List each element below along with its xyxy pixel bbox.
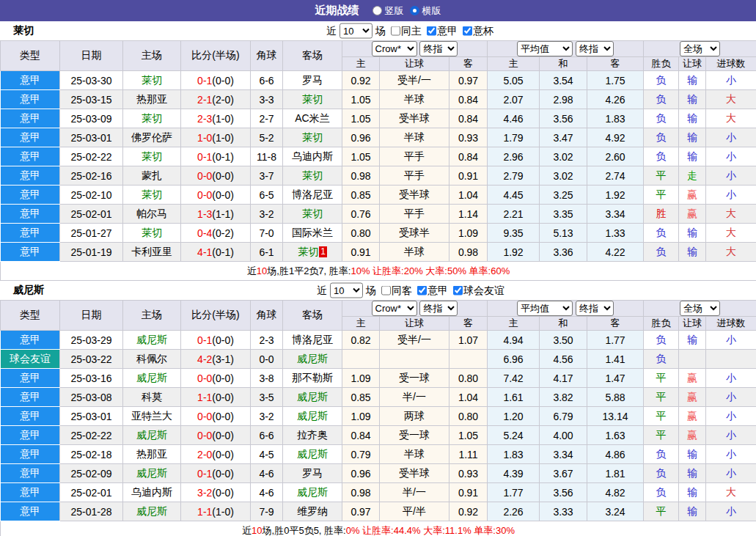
avg-away-odds: 5.88 <box>587 388 644 407</box>
result-winloss: 平 <box>644 407 679 426</box>
final-index-select-1[interactable]: 终指 <box>419 41 458 56</box>
avg-draw-odds: 3.56 <box>540 483 587 502</box>
fulltime-score: 0-0 <box>197 372 212 384</box>
avg-away-odds: 1.63 <box>587 426 644 445</box>
avg-draw-odds: 3.33 <box>540 502 587 521</box>
result-handicap: 输 <box>679 483 706 502</box>
home-team: 蒙扎 <box>123 166 181 186</box>
result-handicap: 赢 <box>679 186 706 205</box>
same-venue-checkbox[interactable] <box>391 26 400 36</box>
league-checkbox[interactable] <box>427 26 436 36</box>
same-venue-checkbox-label[interactable]: 同客 <box>381 284 412 297</box>
scope-select-cell: 全场 <box>644 41 756 57</box>
same-venue-checkbox-label[interactable]: 同主 <box>391 24 422 37</box>
match-score: 0-0(0-0) <box>181 407 251 426</box>
league-badge: 意甲 <box>1 407 60 426</box>
cup-checkbox[interactable] <box>463 26 472 36</box>
result-goals: 大 <box>706 205 756 224</box>
match-count-select[interactable]: 10 <box>340 23 373 39</box>
same-venue-checkbox[interactable] <box>381 286 391 295</box>
company-select-cell: Crow* 终指 <box>342 301 488 317</box>
scope-select[interactable]: 全场 <box>680 301 720 316</box>
handicap-away-odds: 0.80 <box>449 407 488 426</box>
home-team: 乌迪内斯 <box>123 483 181 502</box>
handicap-away-odds: 0.91 <box>449 166 488 186</box>
final-index-select-2[interactable]: 终指 <box>576 41 614 56</box>
result-winloss: 负 <box>644 464 679 483</box>
result-handicap <box>679 350 706 369</box>
away-team: 莱切1 <box>283 243 342 262</box>
result-handicap: 走 <box>679 166 706 186</box>
avg-home-odds: 1.61 <box>488 388 540 407</box>
away-team: 威尼斯 <box>283 407 342 426</box>
company-select[interactable]: Crow* <box>372 301 417 316</box>
handicap-line: 平手 <box>380 205 449 224</box>
home-team: 莱切 <box>123 186 181 205</box>
friendly-checkbox[interactable] <box>453 286 463 295</box>
league-badge: 意甲 <box>1 128 60 147</box>
count-unit-label: 场 <box>366 284 376 297</box>
col-corner: 角球 <box>251 301 283 331</box>
away-team: 莱切 <box>283 128 342 147</box>
corners: 3-2 <box>251 205 283 224</box>
sub-home-odds: 主 <box>342 57 380 71</box>
league-badge: 意甲 <box>1 331 60 350</box>
result-handicap: 输 <box>679 147 706 166</box>
avg-select[interactable]: 平均值 <box>517 301 573 316</box>
horizontal-radio[interactable] <box>410 6 419 15</box>
summary-part: 近 <box>242 525 252 536</box>
home-team: 卡利亚里 <box>123 243 181 262</box>
league-checkbox[interactable] <box>417 286 427 295</box>
avg-draw-odds: 3.25 <box>540 186 587 205</box>
avg-home-odds: 5.24 <box>488 426 540 445</box>
handicap-away-odds: 1.05 <box>449 426 488 445</box>
handicap-line: 受半/一 <box>380 331 449 350</box>
result-goals: 小 <box>706 71 756 90</box>
avg-select[interactable]: 平均值 <box>517 41 573 56</box>
league-badge: 意甲 <box>1 369 60 388</box>
result-goals: 小 <box>706 426 756 445</box>
radio-horizontal-label[interactable]: 横版 <box>410 4 441 18</box>
match-score: 0-0(0-0) <box>181 426 251 445</box>
handicap-home-odds: 1.09 <box>342 407 380 426</box>
match-date: 25-03-15 <box>60 90 123 109</box>
radio-vertical-label[interactable]: 竖版 <box>373 4 404 18</box>
match-score: 0-0(0-0) <box>181 369 251 388</box>
handicap-line: 受一球 <box>380 426 449 445</box>
sub-avg-home: 主 <box>488 57 540 71</box>
league-checkbox-label[interactable]: 意甲 <box>427 24 458 37</box>
result-winloss: 负 <box>644 483 679 502</box>
fulltime-score: 0-0 <box>197 189 212 201</box>
cup-checkbox-label[interactable]: 意杯 <box>463 24 493 37</box>
match-score: 2-0(0-0) <box>181 445 251 464</box>
league-checkbox-label[interactable]: 意甲 <box>417 284 448 297</box>
final-index-select-1[interactable]: 终指 <box>419 301 458 316</box>
select-header-row: 类型 日期 主场 比分(半场) 角球 客场 Crow* 终指 平均值 终指 全场 <box>1 301 756 317</box>
match-row: 意甲25-03-01亚特兰大0-0(0-0)3-2威尼斯1.09两球0.801.… <box>1 407 756 426</box>
match-date: 25-03-29 <box>60 331 123 350</box>
result-winloss: 负 <box>644 90 679 109</box>
handicap-home-odds: 0.98 <box>342 483 380 502</box>
result-winloss: 平 <box>644 388 679 407</box>
friendly-checkbox-label[interactable]: 球会友谊 <box>453 284 504 297</box>
company-select[interactable]: Crow* <box>372 41 417 56</box>
away-team: 威尼斯 <box>283 388 342 407</box>
avg-select-cell: 平均值 终指 <box>488 301 644 317</box>
fulltime-score: 4-2 <box>197 353 212 365</box>
result-goals <box>706 350 756 369</box>
avg-away-odds: 4.22 <box>587 243 644 262</box>
avg-away-odds: 1.77 <box>587 331 644 350</box>
match-score: 1-1(1-0) <box>181 502 251 521</box>
summary-part: 近 <box>247 265 257 276</box>
result-winloss: 平 <box>644 186 679 205</box>
league-badge: 意甲 <box>1 147 60 166</box>
match-row: 意甲25-03-15热那亚2-1(2-0)3-3莱切1.05半球0.842.07… <box>1 90 756 109</box>
vertical-radio[interactable] <box>373 6 382 15</box>
top-bar: 近期战绩 竖版 横版 <box>0 0 756 21</box>
match-count-select[interactable]: 10 <box>330 283 363 298</box>
handicap-home-odds: 1.05 <box>342 90 380 109</box>
handicap-home-odds: 0.85 <box>342 388 380 407</box>
avg-draw-odds: 4.56 <box>540 350 587 369</box>
scope-select[interactable]: 全场 <box>680 41 720 56</box>
final-index-select-2[interactable]: 终指 <box>576 301 614 316</box>
